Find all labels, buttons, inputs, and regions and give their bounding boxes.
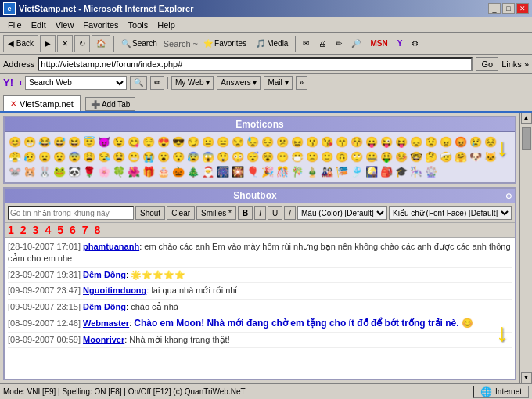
emoticon[interactable]: 🍀 (112, 165, 126, 179)
emoticon[interactable]: 🎒 (379, 165, 394, 179)
msg-user[interactable]: Nguoitimduong (83, 286, 146, 295)
media-button[interactable]: 🎵 Media (252, 35, 292, 52)
emoticon[interactable]: 😘 (320, 135, 334, 149)
emoticon[interactable]: 😲 (216, 150, 230, 164)
active-tab[interactable]: ✕ VietStamp.net (3, 95, 81, 111)
print-button[interactable]: 🖨 (315, 35, 330, 52)
emoticon[interactable]: 🎍 (305, 165, 319, 179)
yahoo-search-scope[interactable]: Search Web (25, 76, 127, 90)
menu-tools[interactable]: Tools (124, 20, 153, 31)
emoticon[interactable]: 😶 (275, 150, 289, 164)
close-button[interactable]: ✕ (516, 3, 529, 14)
scroll-up-button[interactable]: ▲ (521, 113, 532, 124)
msn-button[interactable]: MSN (366, 35, 391, 52)
emoticon[interactable]: 😫 (112, 150, 126, 164)
go-button[interactable]: Go (476, 57, 498, 71)
emoticon[interactable]: 😎 (171, 135, 185, 149)
emoticon[interactable]: 🐭 (8, 165, 22, 179)
emoticon[interactable]: 🤐 (365, 150, 379, 164)
menu-view[interactable]: View (51, 20, 79, 31)
emoticon[interactable]: 😈 (97, 135, 111, 149)
msg-user[interactable]: phamtuananh (83, 242, 139, 251)
emoticon[interactable]: 🙃 (335, 150, 349, 164)
emoticon[interactable]: 😴 (246, 150, 260, 164)
forward-button[interactable]: ▶ (40, 35, 56, 52)
bold-button[interactable]: B (238, 206, 253, 220)
msg-user[interactable]: Moonriver (83, 335, 124, 344)
scroll-thumb[interactable] (522, 127, 531, 150)
emoticon[interactable]: 🐹 (23, 165, 37, 179)
minimize-button[interactable]: _ (488, 3, 501, 14)
add-tab-button[interactable]: ➕ Add Tab (85, 97, 136, 111)
menu-file[interactable]: File (3, 20, 27, 31)
emoticon[interactable]: 😊 (8, 135, 22, 149)
shoutbox-input[interactable] (8, 206, 134, 220)
color-select[interactable]: Màu (Color) [Default] (297, 206, 387, 220)
mail-icon-button[interactable]: ✉ (299, 35, 313, 52)
menu-help[interactable]: Help (153, 20, 180, 31)
emoticon[interactable]: 🎄 (186, 165, 200, 179)
yahoo-answers-button[interactable]: Answers ▾ (217, 76, 261, 90)
shoutbox-collapse-icon[interactable]: ⊙ (505, 192, 512, 200)
emoticon[interactable]: 😆 (67, 135, 81, 149)
emoticon[interactable]: 😤 (8, 150, 22, 164)
home-button[interactable]: 🏠 (92, 35, 110, 52)
emoticon[interactable]: 🤕 (439, 150, 453, 164)
emoticon[interactable]: 🤓 (409, 150, 423, 164)
stop-button[interactable]: ✕ (57, 35, 73, 52)
emoticon[interactable]: 🤒 (394, 150, 408, 164)
emoticon[interactable]: 😢 (469, 135, 483, 149)
emoticon[interactable]: 😅 (52, 135, 66, 149)
emoticon[interactable]: 😍 (156, 135, 171, 149)
yahoo-mail-button[interactable]: Mail ▾ (264, 76, 292, 90)
emoticon[interactable]: 😜 (379, 135, 394, 149)
extra-btn[interactable]: ⚙ (408, 35, 422, 52)
emoticon[interactable]: 😦 (38, 150, 52, 164)
emoticon[interactable]: 😟 (424, 135, 438, 149)
msg-user[interactable]: Webmaster (83, 318, 129, 328)
emoticon[interactable]: 🌹 (82, 165, 96, 179)
emoticon[interactable]: 🎉 (261, 165, 275, 179)
emoticon[interactable]: 😛 (365, 135, 379, 149)
font-face-select[interactable]: Kiểu chữ (Font Face) [Default] (389, 206, 512, 220)
yahoo-edit-button[interactable]: ✏ (150, 76, 164, 90)
emoticon[interactable]: 🎂 (156, 165, 171, 179)
emoticon[interactable]: 🎡 (424, 165, 438, 179)
yahoo-btn2[interactable]: Y (394, 35, 407, 52)
emoticon[interactable]: 😱 (201, 150, 215, 164)
research-button[interactable]: 🔎 (347, 35, 365, 52)
emoticon[interactable]: 🤗 (454, 150, 468, 164)
vertical-scrollbar[interactable]: ▲ ▼ (519, 113, 532, 383)
emoticon[interactable]: 😖 (290, 135, 304, 149)
emoticon[interactable]: 😧 (52, 150, 66, 164)
emoticon[interactable]: 😚 (350, 135, 364, 149)
shout-button[interactable]: Shout (135, 206, 165, 220)
menu-favorites[interactable]: Favorites (78, 20, 123, 31)
emoticon[interactable]: 🎁 (142, 165, 156, 179)
yahoo-search-button[interactable]: 🔍 (130, 76, 147, 90)
emoticon[interactable]: 😁 (23, 135, 37, 149)
emoticon[interactable]: 😰 (186, 150, 200, 164)
emoticon[interactable]: 😉 (112, 135, 126, 149)
emoticon[interactable]: 😪 (97, 150, 111, 164)
image-button[interactable]: / (284, 206, 296, 220)
yahoo-myweb-button[interactable]: My Web ▾ (171, 76, 214, 90)
emoticon[interactable]: 😕 (275, 135, 289, 149)
emoticon[interactable]: 😠 (439, 135, 453, 149)
refresh-button[interactable]: ↻ (74, 35, 90, 52)
emoticon[interactable]: 😂 (38, 135, 52, 149)
emoticon[interactable]: 😌 (142, 135, 156, 149)
msg-user[interactable]: Đêm Đông (83, 302, 126, 311)
emoticon[interactable]: 😐 (201, 135, 215, 149)
emoticon[interactable]: 🐰 (38, 165, 52, 179)
favorites-button[interactable]: ⭐ Favorites (200, 35, 250, 52)
search-button[interactable]: 🔍 Search (117, 35, 161, 52)
emoticon[interactable]: 🎅 (201, 165, 215, 179)
emoticon[interactable]: 😗 (305, 135, 319, 149)
emoticon[interactable]: 🎓 (394, 165, 408, 179)
window-controls[interactable]: _ □ ✕ (488, 3, 529, 14)
emoticon[interactable]: 😷 (290, 150, 304, 164)
emoticon[interactable]: 😵 (261, 150, 275, 164)
emoticon[interactable]: 🙂 (320, 150, 334, 164)
emoticon[interactable]: 🎠 (409, 165, 423, 179)
